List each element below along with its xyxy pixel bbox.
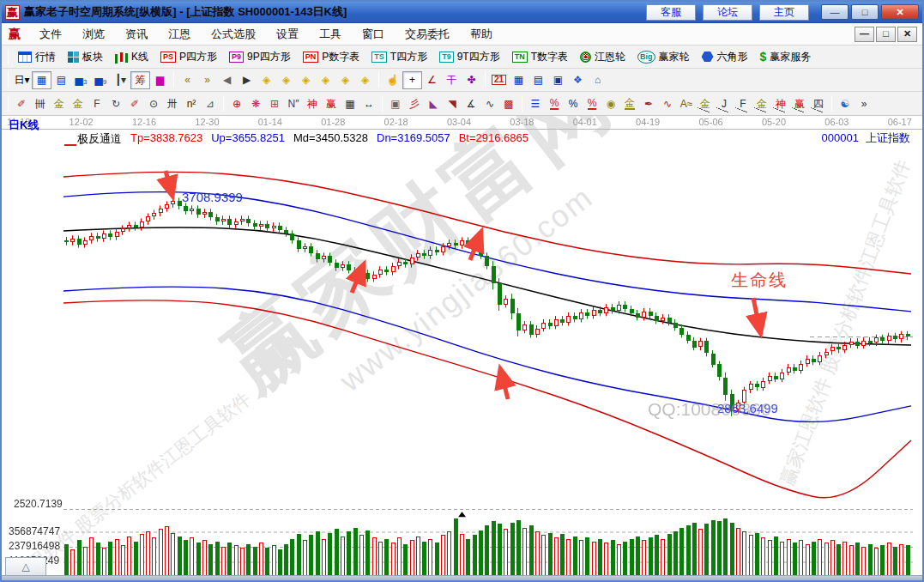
tool-brush-tool[interactable]: ✒	[639, 94, 658, 112]
menu-item-窗口[interactable]: 窗口	[352, 24, 395, 45]
tool-width-measure[interactable]: ↔	[359, 94, 378, 112]
tool-t-square[interactable]: TST四方形	[365, 47, 433, 67]
tool-price-scale[interactable]: ☰	[526, 94, 545, 112]
kline-chart-canvas[interactable]	[2, 116, 921, 575]
tool-9t-square[interactable]: T99T四方形	[433, 47, 506, 67]
tool-first-page[interactable]: «	[178, 71, 197, 89]
menu-item-浏览[interactable]: 浏览	[72, 24, 115, 45]
tool-wave-a-tool[interactable]: A≈	[677, 94, 696, 112]
tool-fan-box-2[interactable]: ◥	[443, 94, 462, 112]
mdi-restore-button[interactable]: □	[876, 27, 896, 42]
tool-next-bar[interactable]: ▶	[237, 71, 257, 89]
tool-candle-style-dropdown[interactable]: ┃▾	[111, 71, 130, 89]
tool-shift-right[interactable]: ◈	[276, 71, 296, 89]
tool-fan-box-1[interactable]: ◣	[424, 94, 443, 112]
menu-item-公式选股[interactable]: 公式选股	[201, 24, 266, 45]
tool-compress-bars[interactable]: ◈	[316, 71, 335, 89]
tool-gann-t-tool[interactable]: 干	[442, 71, 462, 89]
tool-target-circle[interactable]: ⊕	[227, 94, 246, 112]
tool-protractor[interactable]: ⊿	[201, 94, 220, 112]
tool-time-lines[interactable]: 卅	[163, 94, 182, 112]
tool-angle-shen[interactable]: 神	[771, 94, 790, 112]
tool-gold-ratio-grid-2[interactable]: 金	[69, 94, 88, 112]
tool-9p-square[interactable]: P99P四方形	[223, 47, 297, 67]
mdi-minimize-button[interactable]: —	[855, 27, 874, 42]
menu-item-工具[interactable]: 工具	[309, 24, 352, 45]
tool-gann-wheel[interactable]: 江恩轮	[574, 47, 631, 67]
menu-item-江恩[interactable]: 江恩	[158, 24, 201, 45]
tool-angle-si[interactable]: 四	[809, 94, 828, 112]
titlebar-button-1[interactable]: 客服	[646, 4, 696, 21]
tool-zoom-horizontal[interactable]: ◈	[296, 71, 316, 89]
tool-zigzag-tool[interactable]: ∿	[480, 94, 499, 112]
tool-multi-window[interactable]: ▦	[32, 71, 51, 89]
tool-gold-circle[interactable]: ◉	[601, 94, 620, 112]
titlebar-button-3[interactable]: 主页	[759, 4, 809, 21]
tool-compass-pen[interactable]: ✐	[125, 94, 144, 112]
tool-spiral-tool[interactable]: ↻	[106, 94, 125, 112]
tool-toolbar-overflow[interactable]: »	[855, 94, 873, 112]
mdi-close-button[interactable]: ✕	[897, 27, 917, 42]
tool-chart-9[interactable]: ▅₉	[91, 71, 111, 89]
tool-system-tool[interactable]: ⌂	[588, 71, 607, 89]
zoom-out-button[interactable]: △	[5, 557, 46, 575]
tool-chart-3[interactable]: ▅₃	[71, 71, 91, 89]
tool-winner-service[interactable]: $赢家服务	[754, 47, 818, 67]
menu-item-帮助[interactable]: 帮助	[460, 24, 503, 45]
tool-box-tool[interactable]: ▣	[386, 94, 405, 112]
tool-time-ruler[interactable]: 卌	[31, 94, 50, 112]
tool-shift-left[interactable]: ◈	[257, 71, 276, 89]
tool-gold-ratio-grid-1[interactable]: 金	[50, 94, 69, 112]
tool-quote-note[interactable]: ▤	[528, 71, 548, 89]
tool-expand-all[interactable]: ◈	[355, 71, 375, 89]
window-minimize-button[interactable]: —	[821, 4, 849, 20]
tool-ying-grid[interactable]: 赢	[322, 94, 341, 112]
tool-expand-bars[interactable]: ◈	[335, 71, 355, 89]
tool-last-page[interactable]: »	[197, 71, 217, 89]
tool-degree-circle[interactable]: ⊙	[144, 94, 163, 112]
tool-pattern-tool[interactable]: ✤	[462, 71, 481, 89]
tool-spider-web[interactable]: ❋	[246, 94, 265, 112]
tool-calculator-tool[interactable]: ▦	[509, 71, 528, 89]
tool-p-square[interactable]: PSP四方形	[154, 47, 223, 67]
menu-item-文件[interactable]: 文件	[29, 24, 72, 45]
tool-percent-tool[interactable]: %	[564, 94, 583, 112]
tool-angle-ying[interactable]: 赢	[790, 94, 809, 112]
menu-item-交易委托[interactable]: 交易委托	[395, 24, 460, 45]
tool-calendar-tool[interactable]: 21	[489, 71, 509, 89]
tool-net-link[interactable]: ❖	[568, 71, 588, 89]
tool-number-grid[interactable]: ▦	[341, 94, 359, 112]
tool-angle-j[interactable]: J	[715, 94, 734, 112]
tool-wave-tool[interactable]: ∿	[658, 94, 677, 112]
tool-n2-lines[interactable]: n²	[182, 94, 201, 112]
menu-item-资讯[interactable]: 资讯	[115, 24, 158, 45]
tool-save-tool[interactable]: ▣	[548, 71, 568, 89]
tool-crosshair-tool[interactable]: +	[402, 71, 422, 89]
tool-chip-distribution[interactable]: 筹	[130, 71, 150, 89]
tool-angle-lines[interactable]: ∡	[462, 94, 480, 112]
tool-p-number-table[interactable]: PNP数字表	[297, 47, 366, 67]
tool-angle-gold-1[interactable]: 金	[696, 94, 715, 112]
tool-compass-tool[interactable]: ✐	[12, 94, 31, 112]
tool-angle-f[interactable]: F	[734, 94, 752, 112]
tool-t-number-table[interactable]: TNT数字表	[506, 47, 574, 67]
tool-winner-wheel[interactable]: Big赢家轮	[631, 47, 696, 67]
window-restore-button[interactable]: □	[851, 4, 879, 20]
tool-taiji-tool[interactable]: ☯	[836, 94, 855, 112]
tool-dense-grid[interactable]: ▩	[499, 94, 518, 112]
window-close-button[interactable]: ✕	[881, 4, 919, 20]
tool-period-style-dropdown[interactable]: 日▾	[12, 71, 32, 89]
titlebar-button-2[interactable]: 论坛	[703, 4, 752, 21]
menu-item-设置[interactable]: 设置	[266, 24, 309, 45]
tool-wave-mark[interactable]: N″	[284, 94, 303, 112]
tool-volume-profile[interactable]: ▆	[150, 71, 170, 89]
tool-shen-grid[interactable]: 神	[303, 94, 322, 112]
tool-kline[interactable]: K线	[109, 47, 154, 67]
tool-grid-box[interactable]: ⊞	[265, 94, 284, 112]
tool-percent-line[interactable]: %	[583, 94, 601, 112]
tool-prev-bar[interactable]: ◀	[217, 71, 237, 89]
tool-info-browser[interactable]: ▤	[51, 71, 71, 89]
tool-sectors[interactable]: 板块	[62, 47, 109, 67]
tool-angle-gold-2[interactable]: 金	[752, 94, 771, 112]
tool-hexagon[interactable]: 六角形	[696, 47, 754, 67]
